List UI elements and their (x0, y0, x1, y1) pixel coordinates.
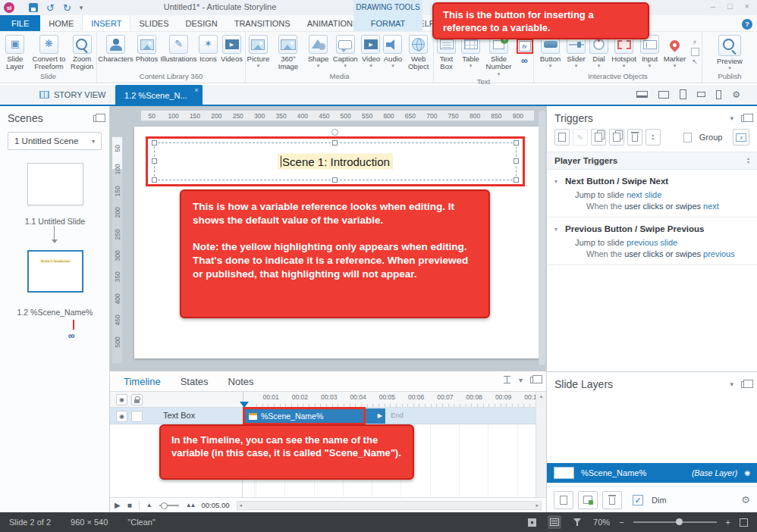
collapse-trigger-icon[interactable]: ▾ (554, 226, 558, 233)
play-button[interactable]: ▶ (115, 501, 121, 509)
slide-tab-active[interactable]: 1.2 %Scene_N... × (115, 85, 203, 106)
trigger-next-header[interactable]: ▾ Next Button / Swipe Next (547, 170, 757, 188)
cursor-icon[interactable]: ↖ (692, 58, 698, 65)
group-checkbox[interactable] (683, 133, 692, 142)
zoom-in-timeline-icon[interactable]: ▲▲ (186, 502, 195, 509)
story-view-tab[interactable]: STORY VIEW (39, 85, 105, 105)
trigger-previous-condition[interactable]: When the user clicks or swipes previous (547, 248, 757, 264)
table-button[interactable]: Table (459, 35, 483, 70)
previous-slide-link[interactable]: previous slide (627, 238, 677, 247)
scroll-right-icon[interactable]: ▸ (536, 502, 539, 509)
slide-thumbnail-2-selected[interactable]: Scene 1: Introduction (27, 250, 83, 293)
trigger-previous-header[interactable]: ▾ Previous Button / Swipe Previous (547, 217, 757, 236)
close-button[interactable]: × (745, 2, 749, 11)
characters-button[interactable]: Characters (98, 35, 134, 63)
text-box-button[interactable]: Text Box (435, 35, 459, 71)
timeline-horizontal-scrollbar[interactable]: ◂ ▸ (237, 501, 542, 510)
tab-file[interactable]: FILE (0, 15, 40, 31)
photos-button[interactable]: Photos (134, 35, 160, 63)
tab-format[interactable]: FORMAT (353, 15, 422, 31)
tablet-landscape-icon[interactable] (658, 91, 669, 99)
video-button[interactable]: ▶ Video (360, 35, 382, 70)
delete-trigger-button[interactable] (627, 129, 642, 146)
tab-design[interactable]: DESIGN (177, 15, 226, 31)
phone-portrait-icon[interactable] (716, 90, 721, 99)
tab-transitions[interactable]: TRANSITIONS (226, 15, 299, 31)
picture-button[interactable]: Picture (246, 35, 271, 70)
undock-layers-icon[interactable] (741, 381, 749, 388)
playhead-sync-icon[interactable] (503, 376, 511, 384)
collapse-all-icon[interactable]: ▴▾ (747, 157, 749, 164)
tab-timeline[interactable]: Timeline (124, 376, 161, 387)
dim-checkbox[interactable]: ✓ (633, 495, 643, 505)
base-layer-row[interactable]: %Scene_Name% (Base Layer) ◉ (547, 463, 757, 483)
triggers-menu-caret-icon[interactable]: ▾ (730, 114, 733, 122)
close-tab-icon[interactable]: × (194, 86, 198, 94)
trigger-next-condition[interactable]: When the user clicks or swipes next (547, 200, 757, 217)
timeline-zoom-slider[interactable] (159, 505, 179, 506)
tab-insert[interactable]: INSERT (82, 15, 130, 31)
zoom-out-timeline-icon[interactable]: ▲ (146, 502, 152, 509)
next-slide-link[interactable]: next slide (627, 190, 661, 199)
undock-panel-icon[interactable] (93, 115, 102, 122)
new-layer-button[interactable] (554, 491, 573, 509)
collapse-trigger-icon[interactable]: ▾ (554, 178, 558, 185)
manage-variables-button[interactable]: x (733, 129, 749, 146)
tab-slides[interactable]: SLIDES (130, 15, 177, 31)
next-link[interactable]: next (703, 202, 719, 211)
preview-button[interactable]: Preview (712, 35, 747, 72)
playhead-marker[interactable] (240, 402, 249, 408)
player-settings-gear-icon[interactable]: ⚙ (732, 90, 740, 99)
button-button[interactable]: Button (537, 35, 564, 70)
trigger-list-icon[interactable] (691, 48, 699, 56)
input-button[interactable]: Input (639, 35, 661, 70)
help-icon[interactable]: ? (742, 19, 752, 30)
zoom-region-button[interactable]: Zoom Region (68, 35, 96, 71)
fit-to-window-icon[interactable] (740, 518, 748, 527)
scroll-left-icon[interactable]: ◂ (240, 502, 243, 509)
textbox-selection[interactable]: Scene 1: Introduction (154, 142, 517, 180)
minimize-button[interactable]: – (711, 2, 715, 11)
caption-button[interactable]: Caption (331, 35, 360, 70)
timeline-menu-caret-icon[interactable]: ▾ (519, 376, 523, 384)
phone-landscape-icon[interactable] (697, 92, 705, 97)
trigger-icon[interactable]: ⚡ (693, 39, 697, 46)
illustrations-button[interactable]: ✎ Illustrations (160, 35, 198, 63)
timeline-object-bar[interactable]: %Scene_Name% ▶ (244, 408, 385, 424)
web-object-button[interactable]: Web Object (404, 35, 433, 71)
slide-number-button[interactable]: Slide Number (483, 35, 515, 77)
insert-reference-button[interactable]: fx (517, 39, 533, 54)
slider-button[interactable]: Slider (564, 35, 589, 70)
image360-button[interactable]: 360° Image (271, 35, 306, 71)
slide-layer-button[interactable]: ▣ Slide Layer (0, 35, 30, 71)
audio-button[interactable]: Audio (382, 35, 404, 70)
paste-trigger-button[interactable] (609, 129, 624, 146)
save-icon[interactable] (29, 3, 38, 12)
bar-extend-arrow-icon[interactable]: ▶ (378, 412, 382, 419)
tab-home[interactable]: HOME (40, 15, 82, 31)
zoom-in-icon[interactable]: + (726, 518, 730, 527)
player-triggers-section[interactable]: Player Triggers ▴▾ (547, 152, 757, 170)
tab-states[interactable]: States (181, 376, 209, 387)
copy-trigger-button[interactable] (591, 129, 606, 146)
slide-thumbnail-1[interactable] (27, 163, 83, 205)
show-hide-all-eye-icon[interactable]: ◉ (116, 394, 127, 405)
zoom-slider[interactable] (633, 521, 717, 523)
create-trigger-button[interactable] (554, 129, 570, 146)
lock-all-icon[interactable] (131, 394, 143, 405)
tablet-portrait-icon[interactable] (680, 89, 686, 99)
edit-trigger-button[interactable]: ✎ (573, 129, 588, 146)
track-eye-icon[interactable]: ◉ (116, 411, 127, 422)
slide-view-toggle-icon[interactable] (548, 515, 561, 529)
delete-layer-button[interactable] (602, 491, 622, 509)
tab-notes[interactable]: Notes (228, 376, 254, 387)
canvas-scrollbar[interactable] (539, 111, 545, 365)
undo-icon[interactable]: ↺ (46, 3, 55, 13)
undock-triggers-icon[interactable] (741, 115, 749, 122)
videos-button[interactable]: ▶ Videos (219, 35, 245, 63)
preview-mode-icon[interactable] (570, 515, 584, 529)
timeline-vertical-scrollbar[interactable]: ▴ (536, 392, 546, 497)
icons-button[interactable]: ✶ Icons (198, 35, 219, 63)
undock-timeline-icon[interactable] (530, 377, 539, 383)
stop-button[interactable]: ■ (127, 501, 132, 509)
